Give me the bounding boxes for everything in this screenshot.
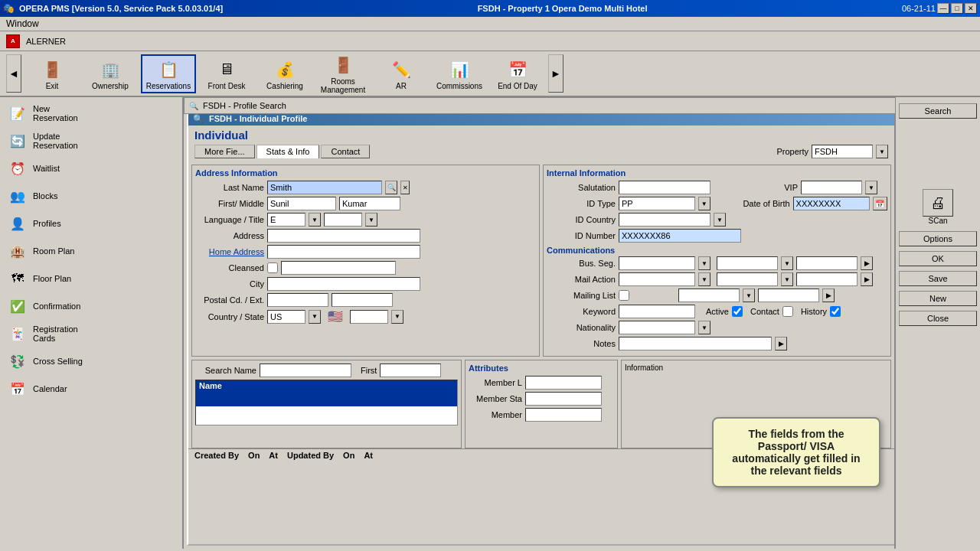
salutation-input[interactable] bbox=[619, 181, 710, 194]
maximize-button[interactable]: □ bbox=[951, 3, 963, 14]
comm3-value-input[interactable] bbox=[758, 289, 819, 302]
sidebar-item-update-reservation[interactable]: 🔄 UpdateReservation bbox=[3, 128, 179, 154]
sidebar-item-waitlist[interactable]: ⏰ Waitlist bbox=[3, 155, 179, 181]
tab-stats-info[interactable]: Stats & Info bbox=[256, 145, 320, 158]
state-dropdown[interactable]: ▼ bbox=[391, 310, 403, 324]
search-name-input[interactable] bbox=[260, 364, 351, 377]
close-button[interactable]: ✕ bbox=[965, 3, 977, 14]
toolbar-reservations[interactable]: 📋 Reservations bbox=[141, 54, 196, 93]
postal-input[interactable] bbox=[267, 293, 328, 307]
active-checkbox[interactable] bbox=[732, 306, 743, 317]
keyword-input[interactable] bbox=[619, 305, 695, 318]
comm1-value-input[interactable] bbox=[796, 256, 858, 270]
id-type-dropdown[interactable]: ▼ bbox=[698, 197, 710, 210]
id-number-input[interactable] bbox=[619, 229, 741, 243]
sidebar-item-blocks[interactable]: 👥 Blocks bbox=[3, 183, 179, 209]
member-sta-input[interactable] bbox=[525, 392, 602, 406]
comm2-input[interactable] bbox=[717, 272, 778, 286]
language-dropdown[interactable]: ▼ bbox=[309, 213, 321, 227]
toolbar-ar[interactable]: ✏️ AR bbox=[374, 55, 429, 93]
options-button[interactable]: Options bbox=[899, 231, 977, 246]
sidebar-item-confirmation[interactable]: ✅ Confirmation bbox=[3, 293, 179, 319]
first-name-input[interactable] bbox=[267, 197, 336, 210]
toolbar-ownership[interactable]: 🏢 Ownership bbox=[83, 55, 138, 93]
notes-btn[interactable]: ▶ bbox=[775, 337, 787, 350]
property-input[interactable] bbox=[812, 145, 873, 158]
history-checkbox[interactable] bbox=[830, 306, 841, 317]
country-dropdown[interactable]: ▼ bbox=[309, 310, 321, 324]
comm2-value-input[interactable] bbox=[796, 272, 858, 286]
name-list-box[interactable]: Name bbox=[195, 380, 458, 425]
toolbar-nav-right[interactable]: ► bbox=[548, 54, 564, 93]
language-input[interactable] bbox=[267, 213, 305, 227]
menu-window[interactable]: Window bbox=[6, 18, 39, 29]
dob-input[interactable] bbox=[793, 197, 870, 210]
home-address-input[interactable] bbox=[267, 245, 420, 259]
member-l-input[interactable] bbox=[525, 376, 602, 390]
list-selected-row[interactable] bbox=[196, 391, 457, 406]
bus-seg-input[interactable] bbox=[619, 256, 695, 270]
title-dropdown[interactable]: ▼ bbox=[365, 213, 377, 227]
comm3-dropdown[interactable]: ▼ bbox=[743, 289, 755, 302]
sidebar-item-profiles[interactable]: 👤 Profiles bbox=[3, 210, 179, 236]
nationality-input[interactable] bbox=[619, 321, 695, 334]
id-country-dropdown[interactable]: ▼ bbox=[714, 213, 726, 227]
id-country-input[interactable] bbox=[619, 213, 710, 227]
toolbar-front-desk[interactable]: 🖥 Front Desk bbox=[199, 55, 254, 93]
sidebar-item-cross-selling[interactable]: 💱 Cross Selling bbox=[3, 348, 179, 374]
country-input[interactable] bbox=[267, 310, 305, 324]
city-input[interactable] bbox=[267, 277, 420, 291]
last-name-clear-btn[interactable]: ✕ bbox=[400, 181, 410, 194]
comm1-dropdown[interactable]: ▼ bbox=[781, 256, 793, 270]
sidebar-item-calendar[interactable]: 📅 Calendar bbox=[3, 376, 179, 402]
vip-input[interactable] bbox=[801, 181, 862, 194]
last-name-input[interactable] bbox=[267, 181, 382, 194]
middle-name-input[interactable] bbox=[339, 197, 400, 210]
first-search-input[interactable] bbox=[380, 364, 441, 377]
ext-input[interactable] bbox=[332, 293, 393, 307]
comm2-dropdown[interactable]: ▼ bbox=[781, 272, 793, 286]
sidebar-item-room-plan[interactable]: 🏨 Room Plan bbox=[3, 238, 179, 264]
comm1-btn[interactable]: ▶ bbox=[861, 256, 873, 270]
search-action-button[interactable]: Search bbox=[899, 103, 977, 119]
toolbar-rooms-management[interactable]: 🚪 RoomsManagement bbox=[315, 51, 371, 96]
sidebar-item-new-reservation[interactable]: 📝 NewReservation bbox=[3, 100, 179, 126]
id-type-input[interactable] bbox=[619, 197, 695, 210]
minimize-button[interactable]: — bbox=[937, 3, 949, 14]
tab-contact[interactable]: Contact bbox=[321, 145, 370, 158]
close-action-button[interactable]: Close bbox=[899, 311, 977, 326]
tab-more-file[interactable]: More Fie... bbox=[194, 145, 255, 158]
mailing-list-checkbox[interactable] bbox=[619, 290, 629, 301]
sidebar-item-registration-cards[interactable]: 🃏 RegistrationCards bbox=[3, 321, 179, 347]
title-input[interactable] bbox=[324, 213, 362, 227]
contact-checkbox[interactable] bbox=[782, 306, 793, 317]
save-button[interactable]: Save bbox=[899, 271, 977, 286]
bus-seg-dropdown[interactable]: ▼ bbox=[698, 256, 710, 270]
toolbar-commissions[interactable]: 📊 Commissions bbox=[432, 55, 487, 93]
toolbar-nav-left[interactable]: ◄ bbox=[6, 54, 21, 93]
mail-action-input[interactable] bbox=[619, 272, 695, 286]
state-input[interactable] bbox=[350, 310, 388, 324]
member-input[interactable] bbox=[525, 408, 602, 422]
property-dropdown[interactable]: ▼ bbox=[876, 145, 888, 158]
notes-input[interactable] bbox=[619, 337, 772, 350]
comm2-btn[interactable]: ▶ bbox=[861, 272, 873, 286]
comm1-input[interactable] bbox=[717, 256, 778, 270]
comm3-btn[interactable]: ▶ bbox=[822, 289, 835, 302]
toolbar-exit[interactable]: 🚪 Exit bbox=[24, 55, 80, 93]
vip-dropdown[interactable]: ▼ bbox=[865, 181, 877, 194]
mail-action-dropdown[interactable]: ▼ bbox=[698, 272, 710, 286]
dob-calendar-btn[interactable]: 📅 bbox=[873, 197, 887, 210]
cleansed-input[interactable] bbox=[281, 261, 396, 275]
toolbar-cashiering[interactable]: 💰 Cashiering bbox=[257, 55, 312, 93]
toolbar-end-of-day[interactable]: 📅 End Of Day bbox=[490, 55, 545, 93]
ok-button[interactable]: OK bbox=[899, 251, 977, 266]
comm3-input[interactable] bbox=[678, 289, 740, 302]
address-input[interactable] bbox=[267, 229, 420, 243]
scan-icon[interactable]: 🖨 SCan bbox=[899, 189, 977, 225]
sidebar-item-floor-plan[interactable]: 🗺 Floor Plan bbox=[3, 266, 179, 292]
last-name-lookup-btn[interactable]: 🔍 bbox=[385, 181, 397, 194]
cleansed-checkbox[interactable] bbox=[267, 262, 278, 273]
new-button[interactable]: New bbox=[899, 291, 977, 306]
nationality-dropdown[interactable]: ▼ bbox=[698, 321, 710, 334]
